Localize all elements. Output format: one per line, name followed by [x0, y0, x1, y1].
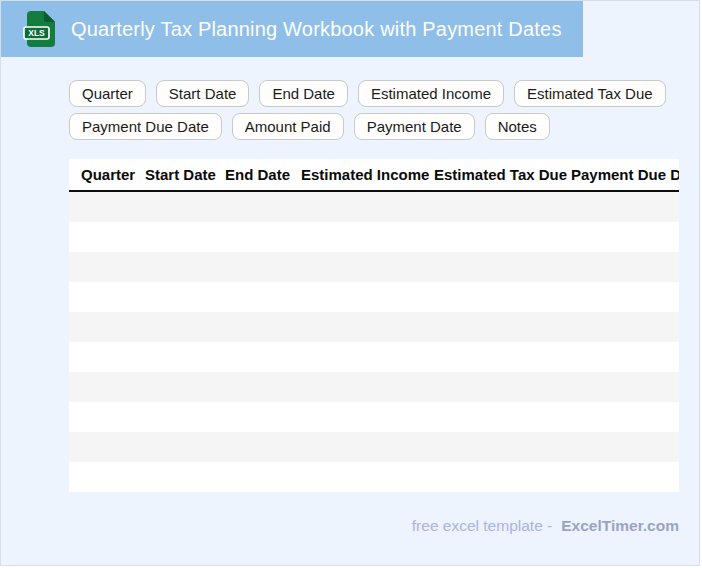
footer-credit-text: free excel template - — [412, 517, 552, 535]
table-row — [69, 372, 679, 402]
col-header-estimated-income: Estimated Income — [301, 166, 434, 183]
worksheet-table: Quarter Start Date End Date Estimated In… — [69, 159, 679, 492]
footer-credit: free excel template - ExcelTimer.com — [412, 517, 679, 535]
chip-quarter[interactable]: Quarter — [69, 80, 146, 107]
col-header-payment-due-date: Payment Due Date — [571, 166, 679, 183]
col-header-end-date: End Date — [225, 166, 301, 183]
col-header-estimated-tax-due: Estimated Tax Due — [434, 166, 571, 183]
title-bar: XLS Quarterly Tax Planning Workbook with… — [1, 1, 583, 57]
table-row — [69, 432, 679, 462]
col-header-start-date: Start Date — [145, 166, 225, 183]
chip-notes[interactable]: Notes — [485, 113, 550, 140]
chip-estimated-tax-due[interactable]: Estimated Tax Due — [514, 80, 666, 107]
table-row — [69, 222, 679, 252]
chip-start-date[interactable]: Start Date — [156, 80, 250, 107]
table-row — [69, 192, 679, 222]
chip-end-date[interactable]: End Date — [259, 80, 348, 107]
table-row — [69, 402, 679, 432]
page: XLS Quarterly Tax Planning Workbook with… — [0, 0, 700, 566]
col-header-quarter: Quarter — [69, 166, 145, 183]
table-row — [69, 342, 679, 372]
table-row — [69, 462, 679, 492]
footer-brand-link[interactable]: ExcelTimer.com — [561, 517, 679, 535]
table-row — [69, 312, 679, 342]
chip-amount-paid[interactable]: Amount Paid — [232, 113, 344, 140]
page-title: Quarterly Tax Planning Workbook with Pay… — [71, 18, 562, 41]
table-row — [69, 282, 679, 312]
table-body — [69, 192, 679, 492]
column-chip-list: Quarter Start Date End Date Estimated In… — [69, 80, 691, 140]
table-row — [69, 252, 679, 282]
chip-estimated-income[interactable]: Estimated Income — [358, 80, 504, 107]
xls-file-icon: XLS — [27, 11, 55, 47]
table-header-row: Quarter Start Date End Date Estimated In… — [69, 159, 679, 192]
chip-payment-due-date[interactable]: Payment Due Date — [69, 113, 222, 140]
chip-payment-date[interactable]: Payment Date — [354, 113, 475, 140]
xls-badge-text: XLS — [28, 28, 45, 38]
